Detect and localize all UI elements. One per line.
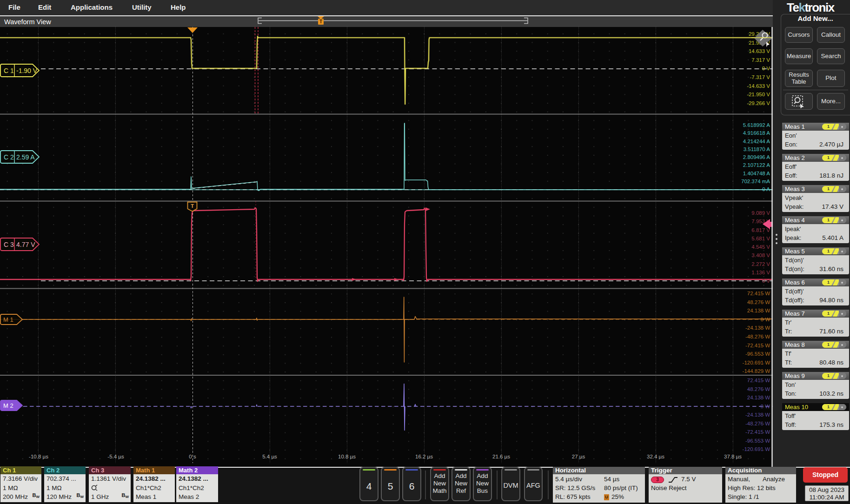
svg-text:5.681 V: 5.681 V xyxy=(751,236,770,241)
svg-text:7.317 V: 7.317 V xyxy=(751,57,770,63)
svg-text:2.272 V: 2.272 V xyxy=(751,261,770,267)
svg-text:4.545 V: 4.545 V xyxy=(751,244,770,250)
svg-text:1.136 V: 1.136 V xyxy=(751,270,770,275)
svg-text:10.8 µs: 10.8 µs xyxy=(338,454,356,459)
svg-text:72.415 W: 72.415 W xyxy=(747,291,770,296)
svg-text:-24.138 W: -24.138 W xyxy=(745,412,770,418)
svg-text:-10.8 µs: -10.8 µs xyxy=(29,454,48,459)
svg-text:-29.266 V: -29.266 V xyxy=(747,100,770,106)
svg-text:-7.317 V: -7.317 V xyxy=(750,74,770,80)
svg-text:2.107122 A: 2.107122 A xyxy=(743,162,770,168)
svg-text:0 s: 0 s xyxy=(189,454,196,459)
svg-text:0 W: 0 W xyxy=(761,404,770,409)
svg-text:T: T xyxy=(319,19,322,24)
svg-text:-72.415 W: -72.415 W xyxy=(745,429,770,435)
svg-text:-48.276 W: -48.276 W xyxy=(745,334,770,339)
svg-text:-48.276 W: -48.276 W xyxy=(745,421,770,426)
svg-text:24.138 W: 24.138 W xyxy=(747,395,770,400)
svg-text:-96.553 W: -96.553 W xyxy=(745,438,770,444)
svg-text:-5.4 µs: -5.4 µs xyxy=(107,454,124,459)
svg-text:5.618992 A: 5.618992 A xyxy=(743,122,770,128)
svg-text:-120.691 W: -120.691 W xyxy=(743,446,770,452)
svg-text:0 V: 0 V xyxy=(762,66,770,71)
svg-text:72.415 W: 72.415 W xyxy=(747,378,770,383)
svg-text:37.8 µs: 37.8 µs xyxy=(724,454,742,459)
svg-text:4.916618 A: 4.916618 A xyxy=(743,130,770,136)
svg-text:4.214244 A: 4.214244 A xyxy=(743,139,770,144)
svg-text:48.276 W: 48.276 W xyxy=(747,386,770,392)
svg-text:27 µs: 27 µs xyxy=(572,454,585,459)
svg-text:2.809496 A: 2.809496 A xyxy=(743,154,770,160)
svg-text:C 2: C 2 xyxy=(4,153,14,161)
svg-text:6.817 V: 6.817 V xyxy=(751,227,770,233)
svg-text:-24.138 W: -24.138 W xyxy=(745,325,770,331)
svg-text:-1.90 V: -1.90 V xyxy=(16,67,38,74)
svg-text:5.4 µs: 5.4 µs xyxy=(262,454,277,459)
svg-text:0 W: 0 W xyxy=(761,317,770,322)
svg-text:C 3: C 3 xyxy=(4,241,14,248)
svg-text:4.77 V: 4.77 V xyxy=(16,241,35,248)
svg-text:-21.950 V: -21.950 V xyxy=(747,92,770,97)
svg-text:-144.829 W: -144.829 W xyxy=(743,368,770,374)
svg-text:702.374 mA: 702.374 mA xyxy=(741,179,770,184)
svg-text:9.089 V: 9.089 V xyxy=(751,210,770,216)
svg-text:3.511870 A: 3.511870 A xyxy=(744,146,770,152)
svg-text:48.276 W: 48.276 W xyxy=(747,299,770,305)
svg-text:T: T xyxy=(191,203,194,209)
svg-text:-14.633 V: -14.633 V xyxy=(747,83,770,89)
svg-text:M 1: M 1 xyxy=(3,316,13,323)
svg-text:16.2 µs: 16.2 µs xyxy=(415,454,433,459)
svg-text:-96.553 W: -96.553 W xyxy=(745,351,770,357)
svg-text:Waveform View: Waveform View xyxy=(4,18,51,26)
svg-text:-120.691 W: -120.691 W xyxy=(743,360,770,365)
svg-text:32.4 µs: 32.4 µs xyxy=(647,454,664,459)
svg-text:1.404748 A: 1.404748 A xyxy=(743,171,770,176)
svg-text:0 V: 0 V xyxy=(762,278,770,284)
svg-text:-72.415 W: -72.415 W xyxy=(745,343,770,348)
svg-text:2.59 A: 2.59 A xyxy=(16,153,35,161)
svg-text:24.138 W: 24.138 W xyxy=(747,308,770,313)
svg-text:3.408 V: 3.408 V xyxy=(751,252,770,258)
svg-text:21.6 µs: 21.6 µs xyxy=(492,454,510,459)
svg-text:0 A: 0 A xyxy=(762,186,770,192)
svg-text:C 1: C 1 xyxy=(4,67,14,74)
svg-text:M 2: M 2 xyxy=(3,402,13,409)
svg-text:14.633 V: 14.633 V xyxy=(749,48,770,54)
